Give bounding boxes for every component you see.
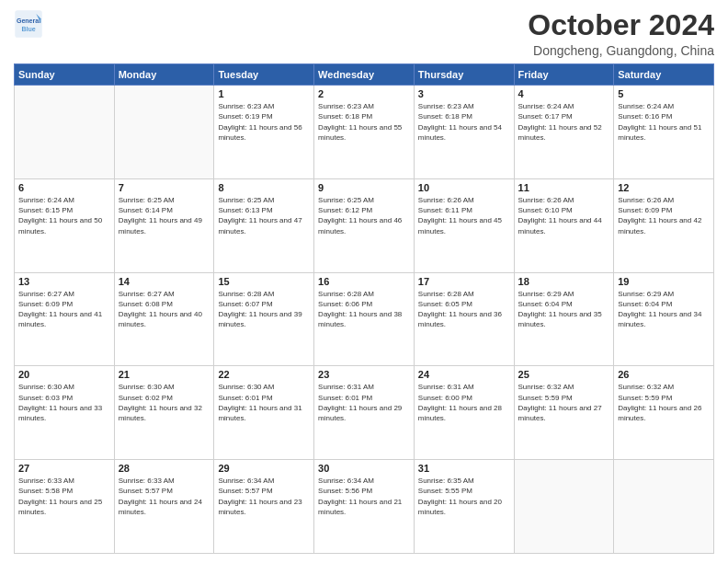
day-number: 27 [18, 463, 110, 474]
day-number: 24 [418, 369, 510, 380]
cell-info: Daylight: 11 hours and 42 minutes. [618, 215, 710, 236]
cell-info: Sunset: 6:04 PM [618, 299, 710, 309]
cell-info: Sunset: 6:12 PM [318, 205, 410, 215]
calendar-cell-w5-d7 [614, 460, 714, 554]
day-number: 3 [418, 88, 510, 99]
cell-info: Sunset: 5:59 PM [618, 393, 710, 403]
cell-info: Sunrise: 6:25 AM [318, 195, 410, 205]
day-number: 30 [318, 463, 410, 474]
day-number: 10 [418, 182, 510, 193]
calendar-cell-w5-d6 [514, 460, 614, 554]
cell-info: Sunset: 6:15 PM [18, 205, 110, 215]
day-number: 15 [218, 276, 310, 287]
month-title: October 2024 [528, 9, 714, 41]
calendar-cell-w1-d7: 5Sunrise: 6:24 AMSunset: 6:16 PMDaylight… [614, 86, 714, 179]
calendar-cell-w2-d7: 12Sunrise: 6:26 AMSunset: 6:09 PMDayligh… [614, 178, 714, 272]
day-number: 2 [318, 88, 410, 99]
col-thursday: Thursday [414, 64, 514, 86]
cell-info: Sunrise: 6:33 AM [18, 476, 110, 486]
cell-info: Sunrise: 6:35 AM [418, 476, 510, 486]
day-number: 31 [418, 463, 510, 474]
cell-info: Daylight: 11 hours and 44 minutes. [518, 215, 610, 236]
cell-info: Daylight: 11 hours and 39 minutes. [218, 309, 310, 329]
calendar-cell-w5-d3: 29Sunrise: 6:34 AMSunset: 5:57 PMDayligh… [214, 460, 314, 554]
calendar-cell-w5-d5: 31Sunrise: 6:35 AMSunset: 5:55 PMDayligh… [414, 460, 514, 554]
calendar-cell-w3-d7: 19Sunrise: 6:29 AMSunset: 6:04 PMDayligh… [614, 272, 714, 366]
calendar-table: Sunday Monday Tuesday Wednesday Thursday… [14, 63, 714, 554]
col-sunday: Sunday [15, 64, 115, 86]
calendar-cell-w4-d5: 24Sunrise: 6:31 AMSunset: 6:00 PMDayligh… [414, 366, 514, 460]
day-number: 29 [218, 463, 310, 474]
calendar-cell-w1-d1 [15, 86, 115, 179]
day-number: 12 [618, 182, 710, 193]
cell-info: Sunset: 6:07 PM [218, 299, 310, 309]
cell-info: Daylight: 11 hours and 40 minutes. [119, 309, 210, 329]
cell-info: Sunset: 6:11 PM [418, 205, 510, 215]
calendar-cell-w3-d5: 17Sunrise: 6:28 AMSunset: 6:05 PMDayligh… [414, 272, 514, 366]
day-number: 26 [618, 369, 710, 380]
calendar-cell-w4-d2: 21Sunrise: 6:30 AMSunset: 6:02 PMDayligh… [114, 366, 214, 460]
cell-info: Sunset: 6:18 PM [418, 111, 510, 121]
day-number: 5 [618, 88, 710, 99]
col-tuesday: Tuesday [214, 64, 314, 86]
cell-info: Sunrise: 6:26 AM [518, 195, 610, 205]
day-number: 17 [418, 276, 510, 287]
cell-info: Sunset: 6:00 PM [418, 393, 510, 403]
cell-info: Sunset: 6:08 PM [119, 299, 210, 309]
cell-info: Sunrise: 6:26 AM [618, 195, 710, 205]
svg-text:Blue: Blue [21, 26, 35, 32]
title-block: October 2024 Dongcheng, Guangdong, China [528, 9, 714, 58]
cell-info: Daylight: 11 hours and 38 minutes. [318, 309, 410, 329]
svg-text:General: General [17, 17, 40, 24]
cell-info: Sunrise: 6:31 AM [418, 382, 510, 392]
cell-info: Daylight: 11 hours and 23 minutes. [218, 497, 310, 517]
cell-info: Daylight: 11 hours and 36 minutes. [418, 309, 510, 329]
cell-info: Sunset: 6:09 PM [18, 299, 110, 309]
cell-info: Sunset: 6:03 PM [18, 393, 110, 403]
cell-info: Sunrise: 6:25 AM [119, 195, 210, 205]
calendar-cell-w2-d5: 10Sunrise: 6:26 AMSunset: 6:11 PMDayligh… [414, 178, 514, 272]
calendar-cell-w4-d4: 23Sunrise: 6:31 AMSunset: 6:01 PMDayligh… [314, 366, 415, 460]
day-number: 6 [18, 182, 110, 193]
day-number: 22 [218, 369, 310, 380]
location: Dongcheng, Guangdong, China [528, 43, 714, 58]
cell-info: Sunset: 5:57 PM [119, 486, 210, 496]
cell-info: Sunset: 6:05 PM [418, 299, 510, 309]
cell-info: Daylight: 11 hours and 21 minutes. [318, 497, 410, 517]
calendar-cell-w2-d2: 7Sunrise: 6:25 AMSunset: 6:14 PMDaylight… [114, 178, 214, 272]
calendar-cell-w2-d6: 11Sunrise: 6:26 AMSunset: 6:10 PMDayligh… [514, 178, 614, 272]
cell-info: Daylight: 11 hours and 51 minutes. [618, 122, 710, 143]
calendar-cell-w2-d4: 9Sunrise: 6:25 AMSunset: 6:12 PMDaylight… [314, 178, 415, 272]
cell-info: Daylight: 11 hours and 33 minutes. [18, 403, 110, 423]
calendar-cell-w1-d3: 1Sunrise: 6:23 AMSunset: 6:19 PMDaylight… [214, 86, 314, 179]
cell-info: Daylight: 11 hours and 47 minutes. [218, 215, 310, 236]
cell-info: Sunset: 6:17 PM [518, 111, 610, 121]
calendar-cell-w3-d3: 15Sunrise: 6:28 AMSunset: 6:07 PMDayligh… [214, 272, 314, 366]
day-number: 8 [218, 182, 310, 193]
calendar-cell-w4-d7: 26Sunrise: 6:32 AMSunset: 5:59 PMDayligh… [614, 366, 714, 460]
day-number: 9 [318, 182, 410, 193]
day-number: 14 [119, 276, 210, 287]
cell-info: Sunrise: 6:27 AM [18, 289, 110, 299]
cell-info: Sunset: 6:02 PM [119, 393, 210, 403]
cell-info: Sunrise: 6:27 AM [119, 289, 210, 299]
cell-info: Sunrise: 6:32 AM [518, 382, 610, 392]
cell-info: Daylight: 11 hours and 29 minutes. [318, 403, 410, 423]
cell-info: Sunrise: 6:31 AM [318, 382, 410, 392]
col-monday: Monday [114, 64, 214, 86]
cell-info: Sunrise: 6:28 AM [418, 289, 510, 299]
cell-info: Sunset: 6:04 PM [518, 299, 610, 309]
cell-info: Sunrise: 6:26 AM [418, 195, 510, 205]
col-saturday: Saturday [614, 64, 714, 86]
cell-info: Sunset: 6:10 PM [518, 205, 610, 215]
cell-info: Sunrise: 6:30 AM [218, 382, 310, 392]
header: General Blue October 2024 Dongcheng, Gua… [14, 9, 714, 58]
cell-info: Sunset: 6:01 PM [218, 393, 310, 403]
cell-info: Sunrise: 6:28 AM [318, 289, 410, 299]
day-number: 20 [18, 369, 110, 380]
logo-svg: General Blue [14, 9, 43, 39]
calendar-cell-w4-d3: 22Sunrise: 6:30 AMSunset: 6:01 PMDayligh… [214, 366, 314, 460]
cell-info: Sunset: 6:18 PM [318, 111, 410, 121]
col-friday: Friday [514, 64, 614, 86]
cell-info: Sunrise: 6:29 AM [518, 289, 610, 299]
